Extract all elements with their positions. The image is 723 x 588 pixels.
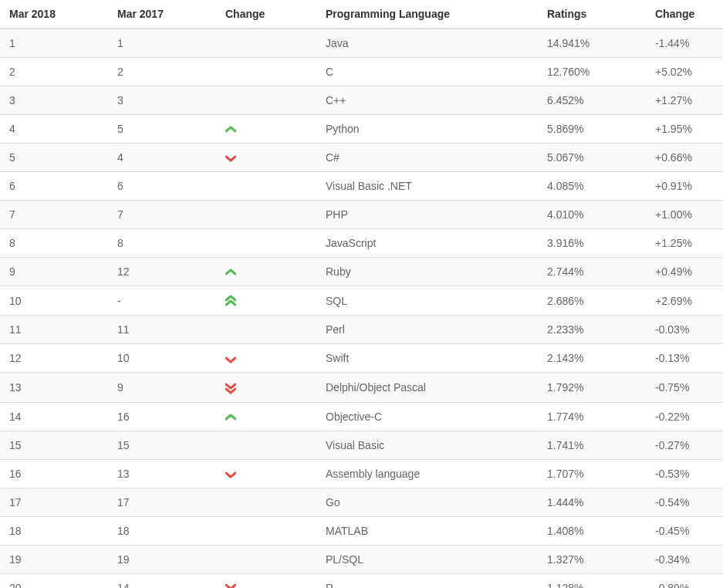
double-chevron-down-icon	[225, 583, 236, 588]
cell-language: Visual Basic .NET	[316, 172, 538, 201]
table-row: 77PHP4.010%+1.00%	[0, 201, 723, 229]
table-row: 912Ruby2.744%+0.49%	[0, 258, 723, 286]
cell-change-arrow	[216, 459, 316, 488]
cell-change-arrow	[216, 144, 316, 172]
cell-rank-2017: 4	[108, 144, 216, 172]
cell-rank-2017: 19	[108, 545, 216, 573]
cell-change-pct: -0.13%	[646, 344, 723, 373]
cell-ratings: 1.408%	[538, 516, 646, 545]
double-chevron-down-icon	[225, 382, 236, 394]
cell-change-pct: +0.49%	[646, 258, 723, 286]
cell-change-arrow	[216, 488, 316, 516]
cell-rank-2017: 12	[108, 258, 216, 286]
chevron-down-icon	[225, 471, 236, 478]
cell-rank-2018: 3	[0, 86, 108, 115]
cell-change-pct: +2.69%	[646, 286, 723, 316]
cell-change-arrow	[216, 29, 316, 58]
cell-change-pct: +5.02%	[646, 58, 723, 86]
cell-rank-2018: 20	[0, 573, 108, 588]
cell-rank-2017: 11	[108, 316, 216, 344]
cell-ratings: 5.067%	[538, 144, 646, 172]
cell-rank-2017: 18	[108, 516, 216, 545]
cell-language: Java	[316, 29, 538, 58]
table-row: 54C#5.067%+0.66%	[0, 144, 723, 172]
cell-rank-2018: 7	[0, 201, 108, 229]
cell-rank-2018: 19	[0, 545, 108, 573]
cell-rank-2018: 8	[0, 229, 108, 258]
cell-change-arrow	[216, 402, 316, 431]
cell-ratings: 4.085%	[538, 172, 646, 201]
cell-language: Go	[316, 488, 538, 516]
cell-rank-2018: 13	[0, 373, 108, 402]
cell-change-pct: -0.45%	[646, 516, 723, 545]
cell-language: Ruby	[316, 258, 538, 286]
cell-language: C	[316, 58, 538, 86]
table-header-row: Mar 2018 Mar 2017 Change Programming Lan…	[0, 0, 723, 29]
cell-language: Delphi/Object Pascal	[316, 373, 538, 402]
chevron-down-icon	[225, 356, 236, 363]
cell-ratings: 2.686%	[538, 286, 646, 316]
chevron-up-icon	[225, 414, 236, 421]
cell-rank-2017: 17	[108, 488, 216, 516]
cell-ratings: 14.941%	[538, 29, 646, 58]
cell-change-arrow	[216, 373, 316, 402]
table-row: 1210Swift2.143%-0.13%	[0, 344, 723, 373]
cell-change-arrow	[216, 86, 316, 115]
cell-change-pct: -0.89%	[646, 573, 723, 588]
table-row: 1515Visual Basic1.741%-0.27%	[0, 431, 723, 459]
table-row: 1416Objective-C1.774%-0.22%	[0, 402, 723, 431]
table-row: 1818MATLAB1.408%-0.45%	[0, 516, 723, 545]
cell-rank-2017: 10	[108, 344, 216, 373]
cell-rank-2018: 12	[0, 344, 108, 373]
cell-rank-2018: 5	[0, 144, 108, 172]
cell-change-arrow	[216, 115, 316, 144]
header-ratings: Ratings	[538, 0, 646, 29]
cell-change-arrow	[216, 258, 316, 286]
header-rank-2018: Mar 2018	[0, 0, 108, 29]
cell-rank-2017: 8	[108, 229, 216, 258]
cell-language: C#	[316, 144, 538, 172]
cell-change-pct: +0.66%	[646, 144, 723, 172]
header-rank-2017: Mar 2017	[108, 0, 216, 29]
cell-ratings: 4.010%	[538, 201, 646, 229]
cell-change-arrow	[216, 431, 316, 459]
cell-rank-2018: 18	[0, 516, 108, 545]
cell-change-pct: +1.27%	[646, 86, 723, 115]
cell-change-pct: -0.03%	[646, 316, 723, 344]
cell-language: SQL	[316, 286, 538, 316]
cell-language: Assembly language	[316, 459, 538, 488]
cell-change-arrow	[216, 545, 316, 573]
cell-language: Visual Basic	[316, 431, 538, 459]
cell-rank-2017: -	[108, 286, 216, 316]
cell-ratings: 2.744%	[538, 258, 646, 286]
header-language: Programming Language	[316, 0, 538, 29]
cell-rank-2017: 5	[108, 115, 216, 144]
cell-ratings: 1.707%	[538, 459, 646, 488]
cell-language: Objective-C	[316, 402, 538, 431]
cell-ratings: 12.760%	[538, 58, 646, 86]
cell-change-arrow	[216, 344, 316, 373]
cell-ratings: 1.128%	[538, 573, 646, 588]
cell-change-pct: +1.95%	[646, 115, 723, 144]
cell-change-arrow	[216, 316, 316, 344]
ranking-table: Mar 2018 Mar 2017 Change Programming Lan…	[0, 0, 723, 588]
cell-rank-2017: 7	[108, 201, 216, 229]
cell-rank-2018: 15	[0, 431, 108, 459]
cell-change-pct: +1.00%	[646, 201, 723, 229]
cell-change-arrow	[216, 172, 316, 201]
cell-change-pct: -0.22%	[646, 402, 723, 431]
cell-rank-2018: 14	[0, 402, 108, 431]
cell-language: R	[316, 573, 538, 588]
table-row: 22C12.760%+5.02%	[0, 58, 723, 86]
cell-rank-2017: 6	[108, 172, 216, 201]
cell-ratings: 2.143%	[538, 344, 646, 373]
table-row: 10-SQL2.686%+2.69%	[0, 286, 723, 316]
table-row: 33C++6.452%+1.27%	[0, 86, 723, 115]
cell-language: Python	[316, 115, 538, 144]
cell-change-pct: -0.27%	[646, 431, 723, 459]
cell-rank-2017: 14	[108, 573, 216, 588]
cell-change-pct: +1.25%	[646, 229, 723, 258]
table-row: 139Delphi/Object Pascal1.792%-0.75%	[0, 373, 723, 402]
cell-rank-2017: 15	[108, 431, 216, 459]
cell-change-pct: -1.44%	[646, 29, 723, 58]
